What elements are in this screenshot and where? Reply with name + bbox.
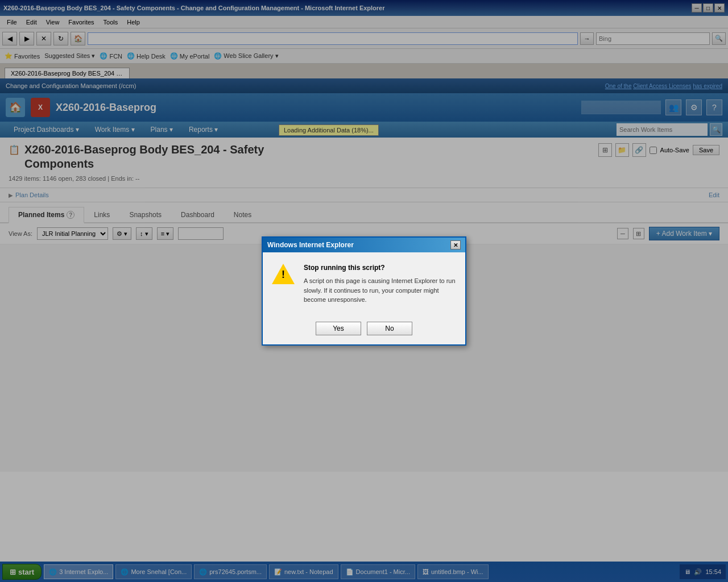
dialog-sub-text: A script on this page is causing Interne… — [304, 276, 456, 305]
dialog-body: ! Stop running this script? A script on … — [263, 252, 465, 316]
dialog-yes-button[interactable]: Yes — [316, 322, 361, 335]
dialog-no-button[interactable]: No — [367, 322, 412, 335]
dialog-close-button[interactable]: ✕ — [450, 240, 461, 250]
dialog-buttons: Yes No — [263, 316, 465, 344]
warning-icon: ! — [272, 264, 295, 286]
dialog-title-bar: Windows Internet Explorer ✕ — [263, 238, 465, 252]
dialog-box: Windows Internet Explorer ✕ ! Stop runni… — [262, 236, 466, 346]
dialog-overlay: Windows Internet Explorer ✕ ! Stop runni… — [0, 0, 728, 582]
dialog-main-text: Stop running this script? — [304, 264, 456, 272]
dialog-text-area: Stop running this script? A script on th… — [304, 264, 456, 305]
dialog-title: Windows Internet Explorer — [267, 241, 354, 249]
